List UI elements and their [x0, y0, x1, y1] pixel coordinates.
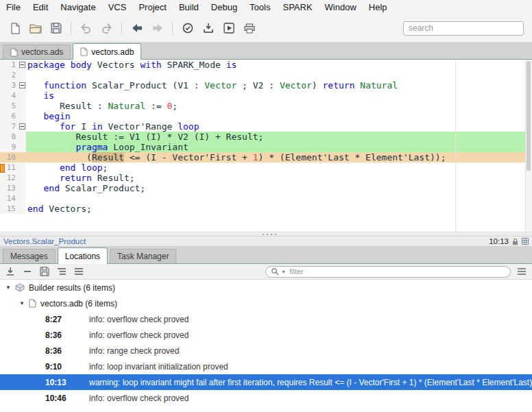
line-number: 14 — [0, 193, 18, 204]
code-text: package body Vectors with SPARK_Mode is — [26, 60, 532, 70]
code-line-14[interactable]: 14 — [0, 193, 532, 204]
code-line-10[interactable]: 10 (Result <= (I - Vector'First + 1) * (… — [0, 152, 532, 162]
code-text — [26, 193, 532, 204]
tab-task-manager[interactable]: Task Manager — [110, 249, 176, 263]
location-message-row[interactable]: 8:36info: overflow check proved — [0, 327, 532, 343]
forward-button[interactable] — [148, 19, 167, 38]
remove-message-button[interactable] — [21, 265, 34, 278]
grid-icon[interactable] — [522, 238, 529, 245]
code-line-13[interactable]: 13 end Scalar_Product; — [0, 183, 532, 193]
fold-toggle-icon[interactable] — [19, 62, 25, 68]
tab-locations[interactable]: Locations — [58, 247, 108, 264]
code-text: function Scalar_Product (V1 : Vector ; V… — [26, 80, 532, 90]
location-message-row[interactable]: 8:27info: overflow check proved — [0, 311, 532, 327]
fold-column — [18, 121, 26, 132]
menu-debug[interactable]: Debug — [205, 1, 243, 14]
menu-help[interactable]: Help — [363, 1, 394, 14]
location-message-row[interactable]: 9:10info: loop invariant initialization … — [0, 359, 532, 374]
menu-file[interactable]: File — [0, 1, 27, 14]
menu-tools[interactable]: Tools — [243, 1, 276, 14]
save-locations-button[interactable] — [38, 265, 51, 278]
location-message-row[interactable]: 10:13warning: loop invariant might fail … — [0, 374, 532, 390]
open-file-button[interactable] — [26, 19, 45, 38]
filter-input[interactable] — [288, 267, 505, 276]
code-editor[interactable]: 1package body Vectors with SPARK_Mode is… — [0, 60, 532, 232]
menu-project[interactable]: Project — [132, 1, 172, 14]
code-line-2[interactable]: 2 — [0, 70, 532, 80]
save-button[interactable] — [47, 19, 65, 38]
print-button[interactable] — [240, 19, 258, 38]
code-line-6[interactable]: 6 begin — [0, 111, 532, 121]
undo-icon — [80, 23, 92, 34]
line-number: 13 — [0, 183, 18, 193]
tab-messages[interactable]: Messages — [3, 249, 56, 263]
run-button[interactable] — [219, 19, 238, 38]
back-button[interactable] — [128, 19, 146, 38]
check-circle-icon — [182, 23, 193, 34]
line-number: 12 — [0, 173, 18, 183]
fold-toggle-icon[interactable] — [19, 82, 25, 88]
code-line-9[interactable]: 9 pragma Loop_Invariant — [0, 142, 532, 152]
location-message-row[interactable]: 10:46info: overflow check proved — [0, 390, 532, 406]
menu-bar: FileEditNavigateVCSProjectBuildDebugTool… — [0, 0, 532, 14]
scrollbar-thumb[interactable] — [527, 61, 531, 171]
new-file-button[interactable] — [5, 19, 24, 38]
line-number: 4 — [0, 90, 18, 101]
tab-vectors-ads[interactable]: vectors.ads — [3, 45, 71, 59]
code-line-5[interactable]: 5 Result : Natural := 0; — [0, 101, 532, 111]
tab-vectors-adb[interactable]: vectors.adb — [73, 43, 141, 60]
toolbar-separator — [121, 21, 122, 35]
code-text: begin — [26, 111, 532, 121]
line-number: 1 — [0, 60, 18, 70]
code-text: for I in Vector'Range loop — [26, 121, 532, 132]
speed-column-marker[interactable] — [0, 164, 5, 173]
chevron-down-icon[interactable]: ▼ — [281, 269, 286, 274]
menu-vcs[interactable]: VCS — [102, 1, 133, 14]
search-input[interactable] — [403, 21, 524, 36]
code-line-3[interactable]: 3 function Scalar_Product (V1 : Vector ;… — [0, 80, 532, 90]
location-message-row[interactable]: 8:36info: range check proved — [0, 343, 532, 359]
code-line-7[interactable]: 7 for I in Vector'Range loop — [0, 121, 532, 132]
expander-icon[interactable]: ▼ — [4, 284, 12, 291]
expander-icon[interactable]: ▼ — [18, 300, 26, 306]
code-line-8[interactable]: 8 Result := V1 (I) * V2 (I) + Result; — [0, 132, 532, 142]
menu-build[interactable]: Build — [173, 1, 205, 14]
build-button[interactable] — [199, 19, 217, 38]
menu-window[interactable]: Window — [319, 1, 363, 14]
redo-button[interactable] — [97, 19, 116, 38]
context-breadcrumb[interactable]: Vectors.Scalar_Product — [3, 237, 86, 245]
back-arrow-icon — [132, 23, 143, 33]
redo-icon — [101, 23, 112, 34]
code-line-15[interactable]: 15end Vectors; — [0, 204, 532, 214]
collapse-all-button[interactable] — [73, 265, 85, 278]
tab-label: Messages — [10, 252, 48, 261]
search-icon — [271, 267, 279, 276]
code-line-11[interactable]: 11 end loop; — [0, 162, 532, 173]
fold-column — [18, 101, 26, 111]
clear-locations-button[interactable] — [4, 265, 16, 278]
menu-spark[interactable]: SPARK — [276, 1, 318, 14]
menu-navigate[interactable]: Navigate — [54, 1, 101, 14]
save-icon — [40, 267, 49, 276]
line-number: 10 — [0, 152, 18, 162]
menu-edit[interactable]: Edit — [27, 1, 54, 14]
tab-label: vectors.ads — [21, 47, 63, 57]
locations-tree: ▼Builder results (6 items)▼vectors.adb (… — [0, 280, 532, 412]
fold-toggle-icon[interactable] — [19, 123, 25, 130]
package-box-icon — [15, 283, 25, 292]
code-line-4[interactable]: 4 is — [0, 90, 532, 101]
forward-arrow-icon — [152, 23, 163, 33]
line-number: 8 — [0, 132, 18, 142]
fold-column — [18, 173, 26, 183]
expand-all-button[interactable] — [56, 265, 68, 278]
editor-vertical-scrollbar[interactable] — [525, 60, 532, 232]
tree-group-row[interactable]: ▼Builder results (6 items) — [0, 280, 532, 295]
code-line-12[interactable]: 12 return Result; — [0, 173, 532, 183]
panel-menu-button[interactable] — [516, 265, 528, 278]
toolbar-separator — [71, 21, 71, 35]
undo-button[interactable] — [77, 19, 95, 38]
code-line-1[interactable]: 1package body Vectors with SPARK_Mode is — [0, 60, 532, 70]
check-button[interactable] — [178, 19, 197, 38]
location-line-col: 9:10 — [45, 362, 89, 372]
tree-group-row[interactable]: ▼vectors.adb (6 items) — [0, 295, 532, 311]
